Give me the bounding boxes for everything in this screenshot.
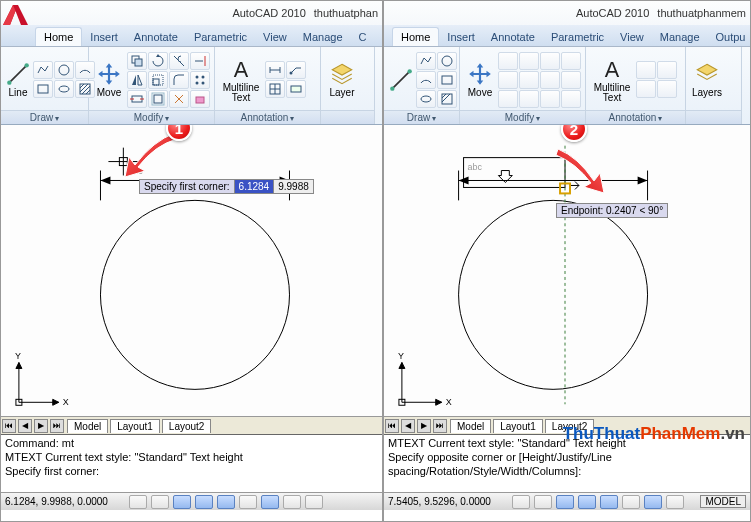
field-icon[interactable] xyxy=(286,80,306,98)
copy-icon[interactable] xyxy=(498,52,518,70)
grid-toggle[interactable] xyxy=(151,495,169,509)
rotate-icon[interactable] xyxy=(148,52,168,70)
extend-icon[interactable] xyxy=(561,52,581,70)
offset-icon[interactable] xyxy=(148,90,168,108)
line-button[interactable] xyxy=(388,65,414,95)
scale-icon[interactable] xyxy=(519,71,539,89)
lwt-toggle[interactable] xyxy=(666,495,684,509)
tab-nav-last-icon[interactable]: ⏭ xyxy=(50,419,64,433)
mtext-button[interactable]: A Multiline Text xyxy=(590,54,634,105)
ortho-toggle[interactable] xyxy=(556,495,574,509)
leader-icon[interactable] xyxy=(657,61,677,79)
field-icon[interactable] xyxy=(657,80,677,98)
move-button[interactable]: Move xyxy=(464,59,496,100)
layout-tab-2[interactable]: Layout2 xyxy=(545,419,595,433)
tab-view[interactable]: View xyxy=(255,28,295,46)
polar-toggle[interactable] xyxy=(195,495,213,509)
ellipse-icon[interactable] xyxy=(54,80,74,98)
qp-toggle[interactable] xyxy=(305,495,323,509)
osnap-toggle[interactable] xyxy=(217,495,235,509)
array-icon[interactable] xyxy=(190,71,210,89)
line-button[interactable]: Line xyxy=(5,59,31,100)
explode-icon[interactable] xyxy=(169,90,189,108)
dimension-icon[interactable] xyxy=(265,61,285,79)
tab-parametric[interactable]: Parametric xyxy=(186,28,255,46)
polar-toggle[interactable] xyxy=(578,495,596,509)
tab-insert[interactable]: Insert xyxy=(439,28,483,46)
circle-icon[interactable] xyxy=(437,52,457,70)
layout-tab-1[interactable]: Layout1 xyxy=(110,419,160,433)
tab-nav-last-icon[interactable]: ⏭ xyxy=(433,419,447,433)
tab-parametric[interactable]: Parametric xyxy=(543,28,612,46)
command-line[interactable]: MTEXT Current text style: "Standard" Tex… xyxy=(384,434,750,492)
copy-icon[interactable] xyxy=(127,52,147,70)
dyn-toggle[interactable] xyxy=(644,495,662,509)
snap-toggle[interactable] xyxy=(129,495,147,509)
arc-icon[interactable] xyxy=(416,71,436,89)
tab-extra[interactable]: C xyxy=(351,28,375,46)
layers-button[interactable]: Layer xyxy=(325,59,359,100)
fillet-icon[interactable] xyxy=(169,71,189,89)
polyline-icon[interactable] xyxy=(416,52,436,70)
tab-nav-prev-icon[interactable]: ◀ xyxy=(401,419,415,433)
mirror-icon[interactable] xyxy=(127,71,147,89)
array-icon[interactable] xyxy=(561,71,581,89)
layout-tab-model[interactable]: Model xyxy=(450,419,491,433)
stretch-icon[interactable] xyxy=(127,90,147,108)
otrack-toggle[interactable] xyxy=(239,495,257,509)
ortho-toggle[interactable] xyxy=(173,495,191,509)
table-icon[interactable] xyxy=(636,80,656,98)
tab-nav-prev-icon[interactable]: ◀ xyxy=(18,419,32,433)
dyn-toggle[interactable] xyxy=(261,495,279,509)
rotate-icon[interactable] xyxy=(519,52,539,70)
tab-nav-next-icon[interactable]: ▶ xyxy=(34,419,48,433)
app-logo-icon[interactable] xyxy=(1,1,31,31)
offset-icon[interactable] xyxy=(519,90,539,108)
grid-toggle[interactable] xyxy=(534,495,552,509)
ellipse-icon[interactable] xyxy=(416,90,436,108)
snap-toggle[interactable] xyxy=(512,495,530,509)
layout-tab-2[interactable]: Layout2 xyxy=(162,419,212,433)
leader-icon[interactable] xyxy=(286,61,306,79)
rectangle-icon[interactable] xyxy=(437,71,457,89)
otrack-toggle[interactable] xyxy=(622,495,640,509)
trim-icon[interactable] xyxy=(169,52,189,70)
tab-insert[interactable]: Insert xyxy=(82,28,126,46)
erase-icon[interactable] xyxy=(190,90,210,108)
layers-button[interactable]: Layers xyxy=(690,59,724,100)
move-button[interactable]: Move xyxy=(93,59,125,100)
rectangle-icon[interactable] xyxy=(33,80,53,98)
tab-home[interactable]: Home xyxy=(35,27,82,46)
tab-nav-first-icon[interactable]: ⏮ xyxy=(385,419,399,433)
osnap-toggle[interactable] xyxy=(600,495,618,509)
polyline-icon[interactable] xyxy=(33,61,53,79)
status-model[interactable]: MODEL xyxy=(700,495,746,508)
lwt-toggle[interactable] xyxy=(283,495,301,509)
tab-nav-next-icon[interactable]: ▶ xyxy=(417,419,431,433)
hatch-icon[interactable] xyxy=(437,90,457,108)
tab-annotate[interactable]: Annotate xyxy=(483,28,543,46)
tab-home[interactable]: Home xyxy=(392,27,439,46)
mirror-icon[interactable] xyxy=(498,71,518,89)
layout-tab-model[interactable]: Model xyxy=(67,419,108,433)
command-line[interactable]: Command: mt MTEXT Current text style: "S… xyxy=(1,434,382,492)
fillet-icon[interactable] xyxy=(540,71,560,89)
scale-icon[interactable] xyxy=(148,71,168,89)
trim-icon[interactable] xyxy=(540,52,560,70)
mtext-button[interactable]: A Multiline Text xyxy=(219,54,263,105)
tab-manage[interactable]: Manage xyxy=(652,28,708,46)
erase-icon[interactable] xyxy=(561,90,581,108)
tab-view[interactable]: View xyxy=(612,28,652,46)
circle-icon[interactable] xyxy=(54,61,74,79)
table-icon[interactable] xyxy=(265,80,285,98)
drawing-canvas[interactable]: abc X Y Endpoint: 0.2407 < 90° 2 xyxy=(384,125,750,416)
stretch-icon[interactable] xyxy=(498,90,518,108)
extend-icon[interactable] xyxy=(190,52,210,70)
tab-output[interactable]: Outpu xyxy=(708,28,751,46)
tab-manage[interactable]: Manage xyxy=(295,28,351,46)
explode-icon[interactable] xyxy=(540,90,560,108)
layout-tab-1[interactable]: Layout1 xyxy=(493,419,543,433)
tab-nav-first-icon[interactable]: ⏮ xyxy=(2,419,16,433)
drawing-canvas[interactable]: abc X Y Specify first corner: 6.1284 9.9… xyxy=(1,125,382,416)
tab-annotate[interactable]: Annotate xyxy=(126,28,186,46)
